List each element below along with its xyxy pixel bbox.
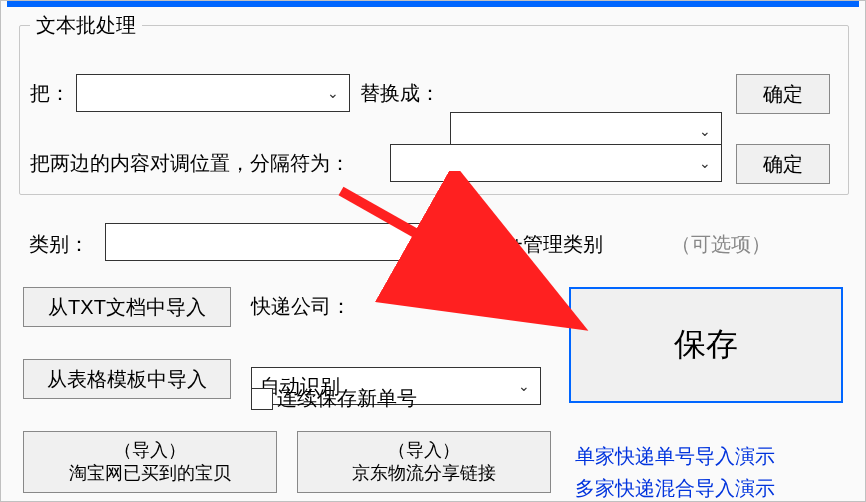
button-label: 确定 [763,151,803,178]
button-label: 确定 [763,81,803,108]
import-from-template-button[interactable]: 从表格模板中导入 [23,359,231,399]
courier-label: 快递公司： [251,293,351,320]
chevron-down-icon: ⌄ [699,155,711,171]
category-label: 类别： [29,231,89,258]
label-from: 把： [30,80,70,107]
continuous-save-checkbox-row[interactable]: 连续保存新单号 [251,385,417,412]
replace-row: 把： ⌄ 替换成： ⌄ 确定 [30,74,838,114]
chevron-down-icon: ⌄ [327,85,339,101]
button-label: 从TXT文档中导入 [48,294,206,321]
import-from-txt-button[interactable]: 从TXT文档中导入 [23,287,231,327]
checkbox-icon[interactable] [251,388,273,410]
confirm-replace-button[interactable]: 确定 [736,74,830,114]
import-jd-button[interactable]: （导入） 京东物流分享链接 [297,431,551,493]
combo-from[interactable]: ⌄ [76,74,350,112]
button-label: 从表格模板中导入 [47,366,207,393]
label-to: 替换成： [360,80,440,107]
chevron-down-icon: ⌄ [518,378,530,394]
button-bottom-label: 淘宝网已买到的宝贝 [69,462,231,485]
swap-row: 把两边的内容对调位置，分隔符为： ⌄ 确定 [30,144,838,184]
checkbox-label: 连续保存新单号 [277,385,417,412]
combo-category[interactable]: ⌄ [105,223,461,261]
manage-category-link[interactable]: +管理类别 [511,231,603,258]
save-button[interactable]: 保存 [569,287,843,403]
button-label: 保存 [674,323,738,367]
optional-hint: （可选项） [671,231,771,258]
fieldset-legend: 文本批处理 [30,12,142,39]
chevron-down-icon: ⌄ [699,123,711,139]
confirm-swap-button[interactable]: 确定 [736,144,830,184]
chevron-down-icon: ⌄ [438,234,450,250]
label-swap: 把两边的内容对调位置，分隔符为： [30,150,350,177]
combo-separator[interactable]: ⌄ [390,144,722,182]
import-taobao-button[interactable]: （导入） 淘宝网已买到的宝贝 [23,431,277,493]
button-top-label: （导入） [114,439,186,462]
button-bottom-label: 京东物流分享链接 [352,462,496,485]
demo-single-courier-link[interactable]: 单家快递单号导入演示 [575,443,775,470]
demo-multi-courier-link[interactable]: 多家快递混合导入演示 [575,475,775,502]
window-top-border [7,1,859,7]
text-batch-fieldset: 文本批处理 把： ⌄ 替换成： ⌄ 确定 把两边的内容对调位置，分隔符为： ⌄ … [19,25,849,195]
button-top-label: （导入） [388,439,460,462]
